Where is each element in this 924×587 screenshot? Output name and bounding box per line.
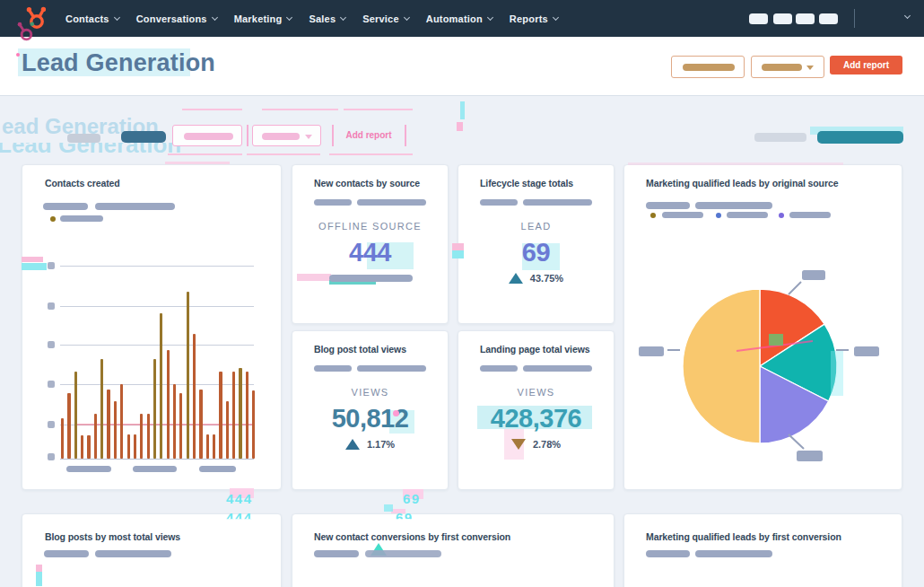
report-title: Contacts created — [45, 178, 120, 188]
add-report-button[interactable]: Add report — [830, 56, 902, 74]
placeholder-bar — [95, 203, 175, 210]
metric-change: 43.75% — [458, 273, 614, 284]
glitch-pink-dash — [329, 153, 413, 155]
pie-callout-label — [802, 270, 825, 280]
ghost-filter-box-1 — [172, 125, 242, 146]
glitch-pink-dash — [168, 153, 242, 155]
metric-value: 69 — [458, 238, 614, 267]
glitch-pink-dash — [262, 109, 338, 110]
bar — [140, 414, 143, 459]
bar — [173, 384, 176, 459]
metric-label: LEAD — [458, 221, 614, 232]
dashboard-filter-dropdown-1[interactable] — [671, 56, 745, 78]
gridline — [60, 266, 254, 267]
nav-item-label: Conversations — [136, 13, 207, 24]
bar — [179, 393, 182, 459]
bar — [193, 334, 196, 459]
change-value: 43.75% — [530, 273, 563, 284]
metric-label: VIEWS — [292, 387, 448, 398]
legend-dot — [779, 213, 784, 218]
glitch-pink-tick — [332, 125, 334, 146]
ghost-add-report-button: Add report — [336, 130, 402, 143]
nav-item-reports[interactable]: Reports — [510, 13, 558, 24]
nav-toolbar-icon-2[interactable] — [773, 13, 792, 24]
dashboard-filter-dropdown-2[interactable] — [751, 56, 824, 78]
bar — [120, 384, 123, 459]
pie-callout-label — [854, 346, 879, 356]
placeholder-bar — [365, 550, 441, 557]
nav-item-label: Reports — [510, 13, 548, 24]
report-title: Landing page total views — [480, 344, 589, 355]
bar — [160, 313, 162, 459]
report-card-mql-by-first-conversion: Marketing qualified leads by first conve… — [623, 513, 902, 587]
report-card-new-contact-conversions: New contact conversions by first convers… — [292, 513, 615, 587]
nav-item-automation[interactable]: Automation — [426, 13, 493, 24]
pie-callout-label — [639, 346, 664, 356]
nav-item-label: Automation — [426, 13, 483, 24]
nav-item-marketing[interactable]: Marketing — [234, 13, 292, 24]
legend-dot — [50, 216, 56, 222]
x-axis-label-placeholder — [199, 466, 236, 472]
bar — [134, 434, 136, 459]
chevron-down-icon — [212, 13, 218, 20]
dropdown-caret-icon — [806, 66, 814, 70]
legend-dot — [650, 213, 656, 218]
glitch-pink-dash — [182, 109, 242, 110]
nav-toolbar-icon-3[interactable] — [796, 13, 815, 24]
placeholder-bar — [43, 203, 88, 210]
nav-toolbar-icon-4[interactable] — [819, 13, 838, 24]
bar — [246, 372, 248, 459]
metric-label: OFFLINE SOURCE — [292, 221, 448, 232]
placeholder-bar — [523, 199, 592, 206]
bar — [67, 393, 70, 459]
glitch-pink-bar — [297, 274, 331, 281]
metric-value: 50,812 — [292, 404, 448, 434]
legend-placeholder-bar — [662, 212, 703, 218]
bar — [206, 434, 209, 459]
chevron-down-icon — [487, 13, 493, 20]
bar — [127, 434, 130, 459]
ghost-value-69: 69 — [403, 491, 421, 506]
trend-down-icon — [511, 439, 526, 450]
placeholder-bar — [480, 365, 518, 372]
bar — [239, 368, 241, 459]
account-chevron-down-icon[interactable] — [904, 13, 911, 19]
bar — [74, 372, 77, 459]
bar — [187, 292, 189, 459]
glitch-pink-dash — [344, 109, 413, 110]
nav-item-sales[interactable]: Sales — [309, 13, 345, 24]
bar — [147, 414, 150, 459]
report-title: Blog post total views — [314, 344, 406, 355]
nav-item-service[interactable]: Service — [362, 13, 409, 24]
nav-menu: ContactsConversationsMarketingSalesServi… — [65, 0, 558, 37]
report-title: Marketing qualified leads by original so… — [646, 178, 838, 188]
bar — [226, 401, 229, 459]
x-axis-line — [60, 459, 254, 460]
x-axis-label-placeholder — [133, 466, 177, 472]
pie-callout-label — [797, 451, 823, 461]
filter-placeholder-bar — [683, 64, 735, 71]
placeholder-bar — [646, 550, 690, 557]
placeholder-bar — [357, 365, 426, 372]
glitch-pink-dash — [247, 153, 320, 155]
nav-toolbar-icon-1[interactable] — [749, 13, 768, 24]
dashboard-header: Lead Generation Add report — [0, 37, 924, 96]
chevron-down-icon — [404, 13, 410, 20]
placeholder-bar — [314, 199, 352, 206]
placeholder-bar — [329, 275, 413, 282]
change-value: 1.17% — [367, 439, 395, 450]
report-card-blog-post-total-views: Blog post total views VIEWS 50,812 1.17% — [292, 330, 449, 490]
hubspot-logo-icon[interactable] — [24, 5, 48, 31]
metric-change: 1.17% — [292, 439, 448, 450]
top-nav: ContactsConversationsMarketingSalesServi… — [0, 0, 924, 37]
report-card-new-contacts-by-source: New contacts by source OFFLINE SOURCE 44… — [292, 164, 449, 324]
ghost-page-title-1: ead Generation — [2, 114, 159, 139]
bar — [114, 401, 117, 459]
bar — [61, 418, 64, 459]
glitch-cyan-tick — [460, 101, 465, 119]
trend-up-icon — [345, 439, 360, 450]
nav-item-conversations[interactable]: Conversations — [136, 13, 217, 24]
ghost-filter-box-2 — [252, 125, 321, 146]
y-tick-placeholder — [48, 421, 55, 428]
nav-item-contacts[interactable]: Contacts — [65, 13, 119, 24]
